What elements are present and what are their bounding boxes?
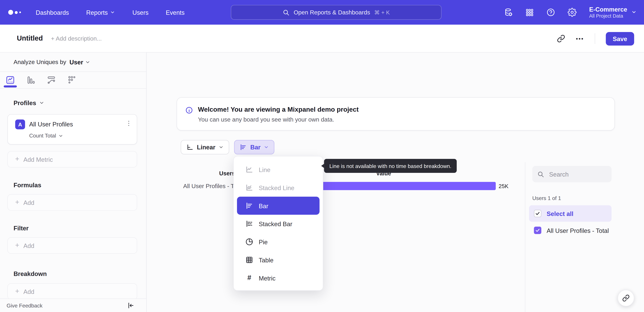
add-breakdown-button[interactable]: + Add: [8, 283, 137, 300]
nav-item-dashboards[interactable]: Dashboards: [36, 9, 69, 16]
insights-chart-icon: [5, 75, 15, 85]
save-button[interactable]: Save: [606, 32, 634, 46]
series-search-input[interactable]: [548, 170, 602, 178]
add-formula-button[interactable]: + Add: [8, 194, 137, 210]
report-title[interactable]: Untitled: [17, 34, 43, 43]
give-feedback-link[interactable]: Give Feedback: [6, 302, 42, 309]
chevron-down-icon: [110, 10, 115, 15]
collapse-sidebar-icon[interactable]: [127, 302, 134, 309]
share-link-button[interactable]: [618, 290, 634, 306]
project-switcher[interactable]: E-Commerce All Project Data: [589, 6, 636, 19]
disabled-option-tooltip: Line is not available with no time based…: [324, 159, 457, 173]
copy-link-icon[interactable]: [557, 34, 565, 43]
title-bar-actions: ••• Save: [557, 25, 634, 53]
scale-label: Linear: [197, 144, 215, 151]
plus-icon: +: [15, 155, 19, 164]
metric-card[interactable]: A All User Profiles Count Total ⋮: [8, 114, 137, 144]
chart-type-button[interactable]: Bar: [234, 140, 274, 154]
tab-flows[interactable]: [41, 72, 62, 88]
metric-aggregation-selector[interactable]: Count Total: [29, 132, 63, 139]
add-metric-label: Add Metric: [23, 156, 53, 163]
divider: [595, 33, 595, 44]
add-formula-label: Add: [23, 199, 34, 206]
chart-type-dropdown-menu: Line Stacked Line Bar Stacked Bar Pie Ta…: [233, 156, 323, 291]
series-checkbox[interactable]: [534, 227, 541, 234]
menu-item-line[interactable]: Line: [237, 160, 320, 179]
banner-title: Welcome! You are viewing a Mixpanel demo…: [198, 106, 358, 113]
select-all-checkbox[interactable]: [534, 210, 541, 217]
series-item-row[interactable]: All User Profiles - Total: [529, 225, 619, 236]
settings-gear-icon[interactable]: [568, 8, 577, 17]
analyze-entity-value: User: [70, 58, 83, 66]
scale-selector-button[interactable]: Linear: [181, 140, 229, 154]
stacked-line-chart-icon: [245, 184, 254, 192]
banner-subtitle: You can use any board you see with your …: [198, 116, 334, 123]
flows-icon: [46, 75, 56, 85]
menu-item-label: Metric: [259, 274, 276, 282]
help-icon[interactable]: [546, 8, 556, 17]
chart-bar-value: 25K: [498, 183, 508, 189]
mixpanel-logo-icon[interactable]: [8, 10, 21, 15]
tab-funnels[interactable]: [20, 72, 41, 88]
series-item-label: All User Profiles - Total: [547, 227, 609, 234]
search-placeholder: Open Reports & Dashboards: [294, 9, 370, 16]
project-name: E-Commerce: [589, 6, 627, 13]
project-scope: All Project Data: [589, 13, 627, 19]
linear-axis-icon: [186, 143, 194, 151]
breakdown-section-header: Breakdown: [14, 270, 47, 277]
profiles-section-header[interactable]: Profiles: [14, 100, 44, 106]
nav-item-events[interactable]: Events: [166, 9, 184, 16]
menu-item-bar[interactable]: Bar: [237, 197, 320, 215]
project-info: E-Commerce All Project Data: [589, 6, 627, 19]
add-description-field[interactable]: + Add description...: [51, 35, 102, 42]
chevron-down-icon: [219, 144, 224, 150]
menu-item-stacked-line[interactable]: Stacked Line: [237, 178, 320, 197]
nav-item-reports[interactable]: Reports: [86, 9, 115, 16]
add-filter-label: Add: [23, 242, 34, 249]
tab-retention[interactable]: [62, 72, 82, 88]
query-builder-sidebar: Analyze Uniques by User Profiles: [0, 52, 146, 312]
chevron-down-icon: [264, 144, 269, 150]
stacked-bar-chart-icon: [245, 220, 254, 228]
chevron-down-icon: [85, 59, 90, 65]
metric-kebab-menu[interactable]: ⋮: [126, 120, 132, 126]
series-count-label: Users 1 of 1: [532, 195, 561, 201]
menu-item-stacked-bar[interactable]: Stacked Bar: [237, 215, 320, 233]
profiles-label: Profiles: [14, 100, 36, 106]
add-breakdown-label: Add: [23, 288, 34, 295]
report-title-bar: Untitled + Add description... ••• Save: [0, 25, 644, 53]
plus-icon: +: [15, 242, 19, 250]
apps-grid-icon[interactable]: [526, 8, 534, 16]
chart-column-header-users: Users: [219, 170, 235, 176]
more-options-button[interactable]: •••: [576, 36, 584, 42]
divider: [525, 162, 525, 312]
search-icon: [537, 171, 544, 178]
report-canvas: Welcome! You are viewing a Mixpanel demo…: [146, 52, 644, 312]
analyze-entity-selector[interactable]: User: [70, 58, 90, 66]
add-filter-button[interactable]: + Add: [8, 238, 137, 254]
add-metric-button[interactable]: + Add Metric: [8, 151, 137, 168]
retention-dots-icon: [67, 75, 77, 85]
tab-insights[interactable]: [0, 72, 20, 88]
select-all-label: Select all: [547, 210, 574, 217]
global-search-input[interactable]: Open Reports & Dashboards ⌘ + K: [231, 5, 442, 20]
menu-item-table[interactable]: Table: [237, 251, 320, 269]
menu-item-label: Bar: [259, 202, 268, 209]
nav-item-users[interactable]: Users: [132, 9, 148, 16]
horizontal-bar-chart-icon: [240, 143, 247, 151]
series-search-box[interactable]: [532, 166, 612, 182]
filter-section-header: Filter: [14, 225, 29, 232]
sidebar-tabs: [0, 72, 146, 89]
metric-name[interactable]: All User Profiles: [29, 121, 73, 128]
plus-icon: +: [15, 287, 19, 296]
chevron-down-icon: [58, 133, 63, 138]
data-management-icon[interactable]: [504, 8, 513, 17]
menu-item-pie[interactable]: Pie: [237, 233, 320, 251]
select-all-row[interactable]: Select all: [529, 205, 612, 222]
metric-letter-badge[interactable]: A: [15, 120, 25, 130]
horizontal-bar-chart-icon: [245, 202, 254, 210]
nav-item-label: Dashboards: [36, 9, 69, 16]
check-icon: [535, 228, 540, 233]
mixpanel-app: Dashboards Reports Users Events Open Rep…: [0, 0, 644, 312]
menu-item-metric[interactable]: # Metric: [237, 269, 320, 287]
